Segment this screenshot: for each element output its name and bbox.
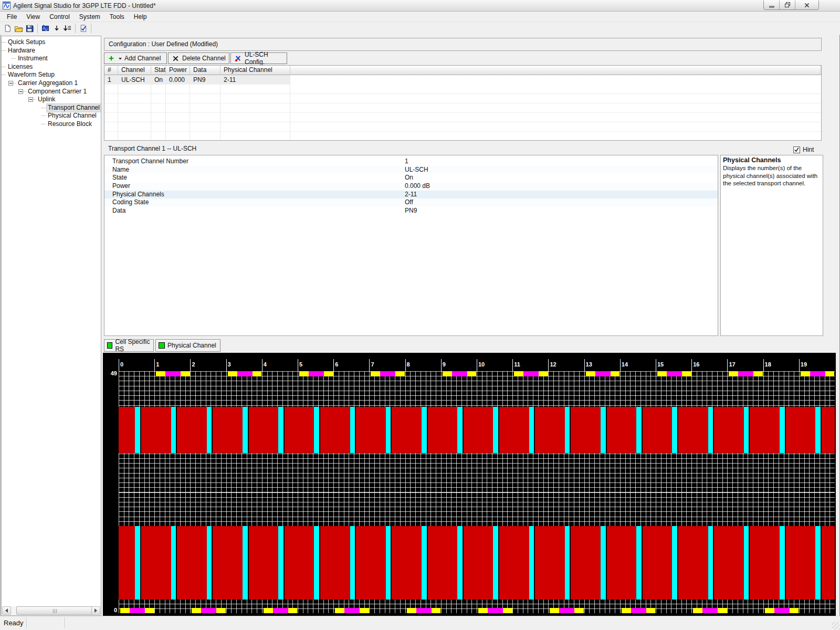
- slot-label: 6: [335, 361, 338, 368]
- tree-item-label: Hardware: [7, 47, 36, 55]
- menu-help[interactable]: Help: [129, 12, 152, 22]
- rs-marker: [729, 371, 763, 376]
- rs-marker: [586, 371, 620, 376]
- menu-view[interactable]: View: [22, 12, 45, 22]
- add-channel-button[interactable]: Add Channel: [104, 52, 167, 64]
- property-row-physical-channels[interactable]: Physical Channels2-11: [104, 191, 718, 199]
- column-header-state: State: [151, 66, 166, 75]
- table-cell: 2-11: [220, 75, 290, 85]
- rs-marker: [192, 608, 226, 613]
- tree-item-instrument[interactable]: Instrument: [2, 55, 101, 63]
- tree-item-label: Waveform Setup: [7, 71, 56, 79]
- property-row-coding-state[interactable]: Coding StateOff: [104, 198, 718, 207]
- rs-marker: [371, 371, 405, 376]
- help-title: Physical Channels: [723, 156, 821, 164]
- property-row-state[interactable]: StateOn: [104, 174, 718, 182]
- hint-label: Hint: [803, 146, 814, 153]
- property-value: Off: [405, 198, 413, 207]
- tree-item-hardware[interactable]: Hardware: [2, 47, 101, 55]
- toolbar-separator: [75, 24, 76, 33]
- status-bar: Ready: [0, 616, 840, 630]
- verify-document-icon[interactable]: [78, 23, 89, 34]
- tree-expander-icon[interactable]: [28, 97, 33, 102]
- restore-button[interactable]: [780, 1, 795, 9]
- menu-file[interactable]: File: [2, 12, 22, 22]
- menu-tools[interactable]: Tools: [105, 12, 129, 22]
- tree-item-carrier-aggregation-1[interactable]: Carrier Aggregation 1: [2, 79, 101, 88]
- status-text: Ready: [4, 616, 24, 629]
- toolbar: [0, 22, 840, 35]
- tree-item-label: Quick Setups: [7, 38, 46, 47]
- table-row[interactable]: 1UL-SCHOn0.000PN92-11: [104, 75, 821, 85]
- slot-label: 9: [443, 361, 446, 368]
- menu-bar: FileViewControlSystemToolsHelp: [0, 12, 840, 22]
- dropdown-arrow-icon: [119, 58, 122, 61]
- new-file-icon[interactable]: [2, 23, 13, 34]
- scrollbar-thumb[interactable]: [16, 606, 94, 615]
- table-column-line: [220, 85, 220, 140]
- open-folder-icon[interactable]: [13, 23, 24, 34]
- tree-item-waveform-setup[interactable]: Waveform Setup: [2, 71, 101, 79]
- menu-system[interactable]: System: [75, 12, 105, 22]
- tree-item-label: Licenses: [7, 63, 34, 71]
- property-row-power[interactable]: Power0.000 dB: [104, 182, 718, 191]
- ulsch-config-button[interactable]: UL-SCH Config.: [230, 52, 287, 64]
- slot-tick: [620, 359, 621, 371]
- legend-tab-cell-specific-rs[interactable]: Cell Specific RS: [104, 339, 154, 352]
- minimize-button[interactable]: [764, 1, 780, 9]
- tree-expander-icon[interactable]: [8, 81, 13, 86]
- title-bar[interactable]: Agilent Signal Studio for 3GPP LTE FDD -…: [0, 0, 840, 12]
- property-label: Power: [112, 182, 130, 190]
- tree-horizontal-scrollbar[interactable]: [2, 606, 100, 615]
- tree-connector: [2, 42, 6, 43]
- property-label: Coding State: [112, 198, 149, 206]
- table-column-line: [290, 85, 290, 140]
- slot-label: 5: [299, 361, 302, 368]
- rs-marker: [299, 371, 333, 376]
- tree-connector: [2, 50, 6, 51]
- download-to-instrument-icon[interactable]: [40, 23, 51, 34]
- close-button[interactable]: [795, 1, 818, 9]
- column-header-physical-channel-numbers: Physical Channel Numbers: [220, 66, 290, 75]
- channel-table-header: #ChannelStatePowerDataPhysical Channel N…: [104, 66, 821, 75]
- hint-checkbox[interactable]: [793, 146, 800, 153]
- rs-marker: [335, 608, 369, 613]
- delete-channel-button[interactable]: Delete Channel: [168, 52, 229, 64]
- scroll-right-button[interactable]: [91, 606, 100, 615]
- tree-item-component-carrier-1[interactable]: Component Carrier 1: [2, 88, 101, 96]
- save-icon[interactable]: [24, 23, 35, 34]
- tree-item-transport-channel[interactable]: Transport Channel: [2, 104, 101, 112]
- hint-help-panel: Physical Channels Displays the number(s)…: [720, 155, 823, 336]
- tree-item-resource-block[interactable]: Resource Block: [2, 120, 101, 129]
- tree-item-physical-channel[interactable]: Physical Channel: [2, 112, 101, 120]
- scroll-left-button[interactable]: [2, 606, 11, 615]
- legend-swatch: [159, 342, 165, 349]
- tree-item-uplink[interactable]: Uplink: [2, 96, 101, 104]
- hint-checkbox-wrap[interactable]: Hint: [793, 146, 814, 153]
- rs-marker: [693, 608, 727, 613]
- slot-tick: [119, 359, 119, 371]
- tree-expander-icon[interactable]: [18, 89, 23, 94]
- property-value: PN9: [405, 207, 417, 215]
- resize-grip[interactable]: [832, 622, 839, 629]
- table-cell: UL-SCH: [118, 75, 151, 85]
- download-sequence-icon[interactable]: [62, 23, 73, 34]
- property-label: Transport Channel Number: [112, 158, 188, 165]
- rs-marker: [550, 608, 584, 613]
- download-arrow-icon[interactable]: [51, 23, 62, 34]
- legend-tab-physical-channel[interactable]: Physical Channel: [155, 339, 220, 352]
- tree-item-label: Uplink: [37, 96, 56, 104]
- ulsch-config-label: UL-SCH Config.: [245, 51, 287, 66]
- property-label: Physical Channels: [112, 191, 164, 198]
- slot-label: 19: [801, 361, 807, 368]
- property-row-name[interactable]: NameUL-SCH: [104, 166, 718, 174]
- slot-tick: [548, 359, 549, 371]
- tree-item-licenses[interactable]: Licenses: [2, 63, 101, 71]
- menu-control[interactable]: Control: [45, 12, 75, 22]
- property-row-transport-channel-number[interactable]: Transport Channel Number1: [104, 158, 718, 166]
- rs-marker: [478, 608, 512, 613]
- slot-label: 18: [765, 361, 771, 368]
- property-row-data[interactable]: DataPN9: [104, 207, 718, 215]
- tree-item-quick-setups[interactable]: Quick Setups: [2, 38, 101, 47]
- property-value: On: [405, 174, 413, 182]
